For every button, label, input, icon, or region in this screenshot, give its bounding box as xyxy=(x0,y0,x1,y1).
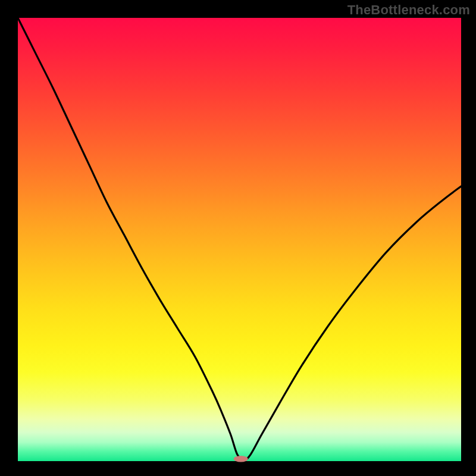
bottleneck-chart xyxy=(0,0,476,476)
chart-stage: TheBottleneck.com xyxy=(0,0,476,476)
plot-background xyxy=(18,18,461,461)
optimal-marker xyxy=(234,456,248,462)
watermark-text: TheBottleneck.com xyxy=(347,2,470,18)
